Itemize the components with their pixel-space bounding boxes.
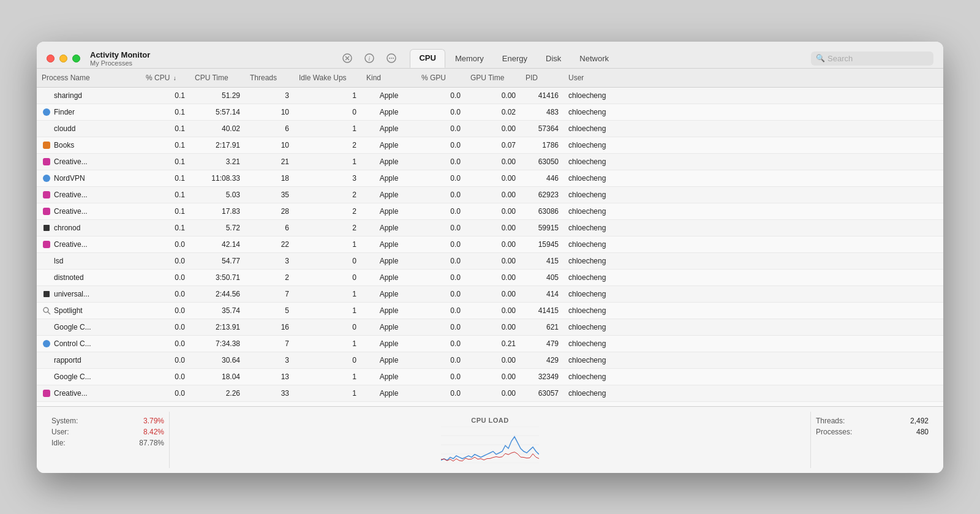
table-row[interactable]: Google C... 0.0 2:13.91 16 0 Apple 0.0 0… — [37, 319, 943, 336]
col-header-cpu[interactable]: % CPU ↓ — [141, 71, 190, 85]
process-gputime: 0.21 — [466, 338, 521, 350]
more-button[interactable] — [383, 50, 400, 67]
system-stat: System: 3.79% — [51, 417, 164, 425]
process-threads: 3 — [245, 354, 294, 366]
process-cpu: 0.1 — [141, 106, 190, 118]
process-icon — [42, 157, 51, 167]
col-header-user[interactable]: User — [564, 71, 637, 85]
process-gputime: 0.00 — [466, 89, 521, 102]
process-pid: 479 — [521, 338, 564, 350]
system-value: 3.79% — [143, 417, 164, 425]
tab-memory[interactable]: Memory — [447, 50, 492, 68]
col-header-pid[interactable]: PID — [521, 71, 564, 85]
process-name: Creative... — [54, 191, 88, 199]
table-row[interactable]: Creative... 0.0 2.26 33 1 Apple 0.0 0.00… — [37, 385, 943, 402]
process-name: cloudd — [54, 124, 75, 133]
process-gpu: 0.0 — [417, 156, 466, 168]
process-name-cell: Creative... — [37, 205, 141, 218]
process-idlewakeups: 0 — [294, 404, 361, 406]
process-name-cell: Window... — [37, 403, 141, 406]
tab-energy[interactable]: Energy — [494, 50, 536, 68]
table-row[interactable]: cloudd 0.1 40.02 6 1 Apple 0.0 0.00 5736… — [37, 121, 943, 137]
process-user: chloecheng — [564, 321, 637, 333]
table-row[interactable]: lsd 0.0 54.77 3 0 Apple 0.0 0.00 415 chl… — [37, 253, 943, 270]
table-row[interactable]: Creative... 0.1 5.03 35 2 Apple 0.0 0.00… — [37, 187, 943, 203]
table-row[interactable]: Creative... 0.0 42.14 22 1 Apple 0.0 0.0… — [37, 236, 943, 253]
cpu-stats: System: 3.79% User: 8.42% Idle: 87.78% — [47, 412, 169, 468]
process-idlewakeups: 0 — [294, 106, 361, 118]
process-gputime: 0.00 — [466, 271, 521, 284]
process-pid: 414 — [521, 288, 564, 300]
process-cpu: 0.0 — [141, 255, 190, 267]
user-stat: User: 8.42% — [51, 428, 164, 436]
threads-label: Threads: — [816, 417, 845, 425]
table-row[interactable]: distnoted 0.0 3:50.71 2 0 Apple 0.0 0.00… — [37, 270, 943, 286]
process-kind: Apple — [361, 338, 417, 350]
process-idlewakeups: 0 — [294, 321, 361, 333]
table-row[interactable]: chronod 0.1 5.72 6 2 Apple 0.0 0.00 5991… — [37, 220, 943, 236]
process-kind: Apple — [361, 255, 417, 267]
process-pid: 63050 — [521, 156, 564, 168]
table-row[interactable]: Creative... 0.1 17.83 28 2 Apple 0.0 0.0… — [37, 203, 943, 220]
table-row[interactable]: universal... 0.0 2:44.56 7 1 Apple 0.0 0… — [37, 286, 943, 303]
process-idlewakeups: 2 — [294, 222, 361, 234]
process-cpu: 0.0 — [141, 288, 190, 300]
table-row[interactable]: Spotlight 0.0 35.74 5 1 Apple 0.0 0.00 4… — [37, 303, 943, 319]
tab-cpu[interactable]: CPU — [410, 49, 445, 68]
table-row[interactable]: Window... 0.0 8:26.86 4 0 Apple 0.0 0.00… — [37, 402, 943, 406]
table-row[interactable]: Finder 0.1 5:57.14 10 0 Apple 0.0 0.02 4… — [37, 104, 943, 121]
process-cputime: 2:17.91 — [190, 139, 245, 151]
tab-disk[interactable]: Disk — [537, 50, 570, 68]
minimize-button[interactable] — [59, 55, 67, 62]
process-idlewakeups: 2 — [294, 139, 361, 151]
col-header-gpupct[interactable]: % GPU — [417, 71, 466, 85]
process-user: chloecheng — [564, 255, 637, 267]
process-user: chloecheng — [564, 89, 637, 102]
col-header-threads[interactable]: Threads — [245, 71, 294, 85]
process-kind: Apple — [361, 371, 417, 383]
process-gpu: 0.0 — [417, 288, 466, 300]
process-kind: Apple — [361, 123, 417, 135]
process-icon — [42, 306, 51, 316]
process-kind: Apple — [361, 89, 417, 102]
search-input[interactable] — [827, 54, 925, 63]
process-idlewakeups: 1 — [294, 304, 361, 317]
process-gputime: 0.00 — [466, 123, 521, 135]
process-kind: Apple — [361, 387, 417, 399]
process-name-cell: Control C... — [37, 337, 141, 350]
process-kind: Apple — [361, 238, 417, 251]
col-header-name[interactable]: Process Name — [37, 71, 141, 85]
process-name-cell: Creative... — [37, 155, 141, 168]
col-header-idlewakeups[interactable]: Idle Wake Ups — [294, 71, 361, 85]
tab-network[interactable]: Network — [571, 50, 617, 68]
table-row[interactable]: Books 0.1 2:17.91 10 2 Apple 0.0 0.07 17… — [37, 137, 943, 154]
process-pid: 621 — [521, 321, 564, 333]
stop-button[interactable] — [339, 50, 356, 67]
process-cputime: 3:50.71 — [190, 271, 245, 284]
table-row[interactable]: NordVPN 0.1 11:08.33 18 3 Apple 0.0 0.00… — [37, 170, 943, 187]
process-cpu: 0.0 — [141, 354, 190, 366]
process-cputime: 2.26 — [190, 387, 245, 399]
table-row[interactable]: Creative... 0.1 3.21 21 1 Apple 0.0 0.00… — [37, 154, 943, 170]
process-threads: 7 — [245, 288, 294, 300]
process-name-cell: Spotlight — [37, 304, 141, 317]
table-row[interactable]: Control C... 0.0 7:34.38 7 1 Apple 0.0 0… — [37, 336, 943, 352]
process-gputime: 0.00 — [466, 172, 521, 184]
table-row[interactable]: sharingd 0.1 51.29 3 1 Apple 0.0 0.00 41… — [37, 88, 943, 104]
svg-point-6 — [389, 58, 390, 59]
process-name-cell: chronod — [37, 221, 141, 235]
col-header-cputime[interactable]: CPU Time — [190, 71, 245, 85]
close-button[interactable] — [47, 55, 55, 62]
process-gputime: 0.00 — [466, 404, 521, 406]
process-user: chloecheng — [564, 222, 637, 234]
info-button[interactable]: i — [361, 50, 378, 67]
table-row[interactable]: Google C... 0.0 18.04 13 1 Apple 0.0 0.0… — [37, 369, 943, 385]
maximize-button[interactable] — [72, 55, 80, 62]
process-cputime: 5.03 — [190, 189, 245, 201]
process-gputime: 0.00 — [466, 238, 521, 251]
table-row[interactable]: rapportd 0.0 30.64 3 0 Apple 0.0 0.00 42… — [37, 352, 943, 369]
process-kind: Apple — [361, 139, 417, 151]
col-header-gputime[interactable]: GPU Time — [466, 71, 521, 85]
process-gpu: 0.0 — [417, 106, 466, 118]
col-header-kind[interactable]: Kind — [361, 71, 417, 85]
